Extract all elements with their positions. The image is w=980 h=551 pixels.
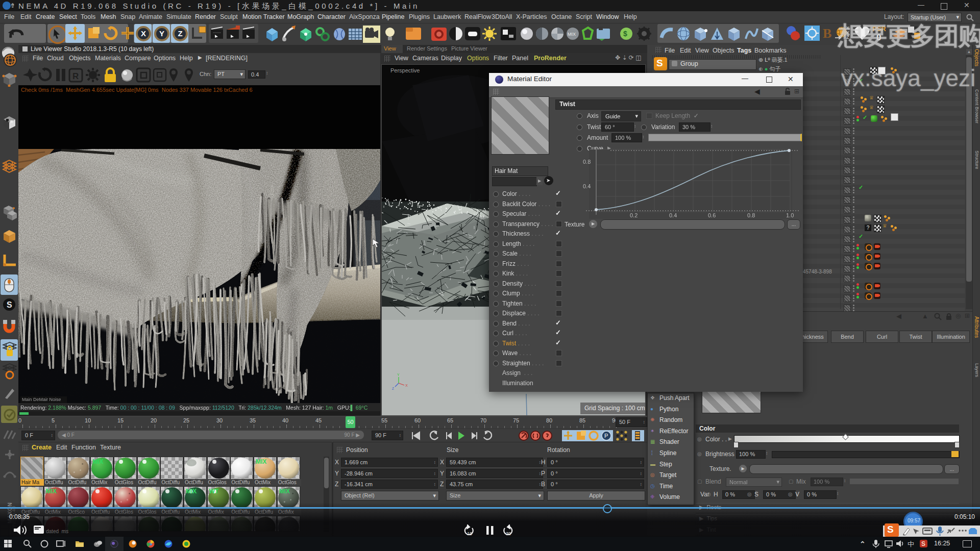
svg-text:R: R: [72, 71, 79, 81]
svg-text:0.8: 0.8: [583, 159, 591, 165]
svg-text:MIX: MIX: [568, 32, 576, 37]
svg-text:0.4: 0.4: [583, 183, 591, 189]
svg-text:S: S: [7, 300, 12, 309]
svg-text:0.6: 0.6: [708, 212, 716, 218]
svg-text:S: S: [921, 540, 925, 547]
svg-text:0.4: 0.4: [669, 212, 677, 218]
svg-text:X: X: [405, 384, 408, 387]
svg-text:P: P: [604, 433, 608, 439]
svg-text:中: 中: [908, 540, 914, 548]
svg-text:0.8: 0.8: [747, 212, 755, 218]
svg-text:Z: Z: [392, 387, 395, 390]
svg-text:0.2: 0.2: [630, 212, 638, 218]
svg-text:10: 10: [467, 531, 472, 536]
svg-text:1.0: 1.0: [786, 212, 794, 218]
svg-text:Y: Y: [397, 373, 400, 377]
svg-text:30: 30: [506, 531, 511, 536]
svg-text:$: $: [623, 30, 627, 38]
svg-text:B: B: [823, 26, 831, 41]
